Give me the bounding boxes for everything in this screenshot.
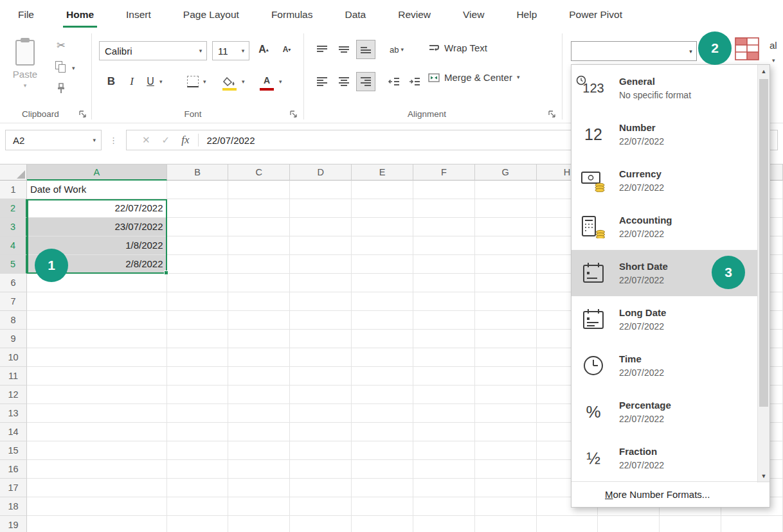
cell-F5[interactable] — [413, 255, 475, 274]
cell-E15[interactable] — [352, 441, 413, 460]
format-option-time[interactable]: Time22/07/2022 — [572, 342, 758, 389]
cell-C3[interactable] — [228, 218, 290, 236]
cell-E18[interactable] — [352, 497, 413, 516]
row-header-5[interactable]: 5 — [0, 255, 27, 274]
row-header-13[interactable]: 13 — [0, 404, 27, 423]
paste-button[interactable]: Paste ▾ — [4, 35, 46, 107]
cell-G15[interactable] — [475, 441, 537, 460]
cell-B2[interactable] — [167, 199, 229, 218]
font-name-combobox[interactable]: Calibri ▾ — [99, 41, 207, 60]
cell-D16[interactable] — [290, 460, 352, 479]
column-header-E[interactable]: E — [352, 164, 413, 181]
bold-button[interactable]: B — [103, 71, 120, 93]
cell-E12[interactable] — [352, 386, 413, 404]
cell-F13[interactable] — [413, 404, 475, 423]
row-header-17[interactable]: 17 — [0, 479, 27, 497]
cell-C16[interactable] — [228, 460, 290, 479]
cell-F16[interactable] — [413, 460, 475, 479]
cell-E16[interactable] — [352, 460, 413, 479]
cell-E7[interactable] — [352, 292, 413, 311]
chevron-down-icon[interactable]: ▾ — [517, 75, 520, 80]
cell-G4[interactable] — [475, 236, 537, 255]
row-header-4[interactable]: 4 — [0, 236, 27, 255]
cell-F8[interactable] — [413, 311, 475, 330]
cell-A15[interactable] — [27, 441, 167, 460]
row-header-16[interactable]: 16 — [0, 460, 27, 479]
top-align-button[interactable] — [312, 40, 332, 59]
row-header-11[interactable]: 11 — [0, 367, 27, 386]
cell-A13[interactable] — [27, 404, 167, 423]
format-option-general[interactable]: 123 GeneralNo specific format — [572, 65, 758, 111]
select-all-corner[interactable] — [0, 164, 27, 181]
tab-help[interactable]: Help — [515, 0, 538, 30]
cell-C8[interactable] — [228, 311, 290, 330]
cell-B6[interactable] — [167, 274, 229, 292]
cell-G1[interactable] — [475, 181, 537, 199]
row-header-1[interactable]: 1 — [0, 181, 27, 199]
cell-F2[interactable] — [413, 199, 475, 218]
cell-B4[interactable] — [167, 236, 229, 255]
chevron-down-icon[interactable]: ▾ — [159, 79, 163, 85]
increase-font-size-button[interactable]: A▴ — [253, 40, 274, 59]
font-size-combobox[interactable]: 11 ▾ — [212, 41, 249, 60]
cell-B5[interactable] — [167, 255, 229, 274]
cell-E11[interactable] — [352, 367, 413, 386]
cell-D4[interactable] — [290, 236, 352, 255]
cell-offscreen[interactable] — [598, 516, 660, 532]
tab-view[interactable]: View — [462, 0, 485, 30]
orientation-button[interactable]: ab ▾ — [383, 40, 410, 59]
cell-B14[interactable] — [167, 423, 229, 441]
tab-insert[interactable]: Insert — [125, 0, 152, 30]
decrease-font-size-button[interactable]: A▾ — [276, 40, 297, 59]
column-header-G[interactable]: G — [475, 164, 537, 181]
cell-C18[interactable] — [228, 497, 290, 516]
cell-G6[interactable] — [475, 274, 537, 292]
cell-D10[interactable] — [290, 348, 352, 367]
cell-F4[interactable] — [413, 236, 475, 255]
cell-B1[interactable] — [167, 181, 229, 199]
copy-button[interactable] — [53, 59, 69, 75]
cell-E19[interactable] — [352, 516, 413, 532]
tab-file[interactable]: File — [17, 0, 35, 30]
cell-C14[interactable] — [228, 423, 290, 441]
align-right-button[interactable] — [356, 72, 375, 91]
column-header-D[interactable]: D — [290, 164, 352, 181]
cell-A18[interactable] — [27, 497, 167, 516]
cell-A14[interactable] — [27, 423, 167, 441]
format-option-number[interactable]: 12 Number22/07/2022 — [572, 111, 758, 157]
cell-D3[interactable] — [290, 218, 352, 236]
cell-E13[interactable] — [352, 404, 413, 423]
cell-F6[interactable] — [413, 274, 475, 292]
cell-C19[interactable] — [228, 516, 290, 532]
cell-C11[interactable] — [228, 367, 290, 386]
borders-button[interactable] — [184, 72, 202, 91]
cell-G12[interactable] — [475, 386, 537, 404]
chevron-down-icon[interactable]: ▾ — [72, 66, 75, 71]
scroll-down-icon[interactable]: ▼ — [758, 470, 770, 483]
cell-E4[interactable] — [352, 236, 413, 255]
row-header-18[interactable]: 18 — [0, 497, 27, 516]
cell-H19[interactable] — [537, 516, 598, 532]
cell-G7[interactable] — [475, 292, 537, 311]
row-header-9[interactable]: 9 — [0, 330, 27, 348]
tab-review[interactable]: Review — [397, 0, 432, 30]
cell-E8[interactable] — [352, 311, 413, 330]
cell-G19[interactable] — [475, 516, 537, 532]
tab-home[interactable]: Home — [65, 0, 95, 30]
align-left-button[interactable] — [312, 72, 332, 91]
row-header-3[interactable]: 3 — [0, 218, 27, 236]
cell-C10[interactable] — [228, 348, 290, 367]
row-header-6[interactable]: 6 — [0, 274, 27, 292]
cell-C1[interactable] — [228, 181, 290, 199]
cell-G11[interactable] — [475, 367, 537, 386]
cell-A17[interactable] — [27, 479, 167, 497]
formula-input-value[interactable]: 22/07/2022 — [206, 135, 255, 146]
cell-D11[interactable] — [290, 367, 352, 386]
cell-D8[interactable] — [290, 311, 352, 330]
cell-C5[interactable] — [228, 255, 290, 274]
scrollbar-thumb[interactable] — [759, 79, 768, 407]
insert-function-icon[interactable]: fx — [181, 134, 189, 146]
underline-button[interactable]: U — [143, 71, 158, 93]
cell-D6[interactable] — [290, 274, 352, 292]
tab-power-pivot[interactable]: Power Pivot — [568, 0, 624, 30]
